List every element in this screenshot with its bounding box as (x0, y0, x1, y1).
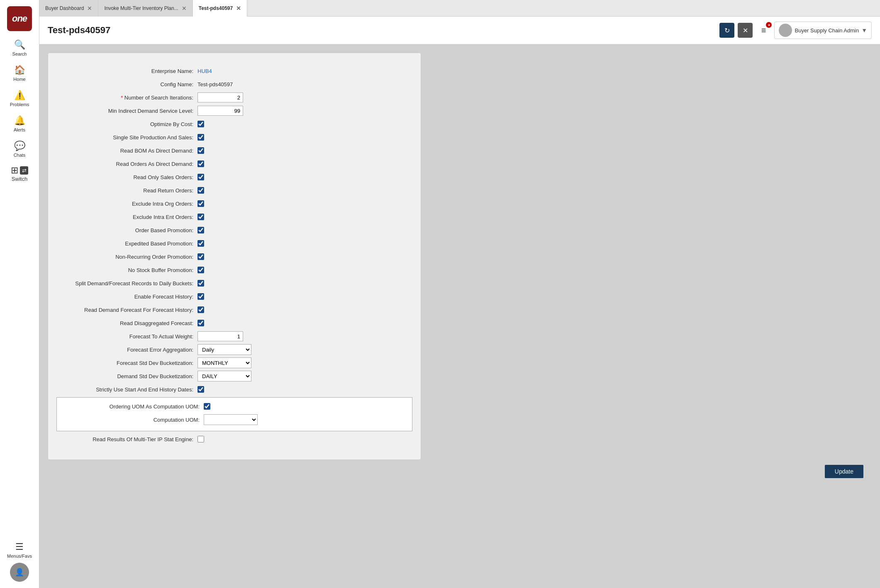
sidebar-item-home[interactable]: 🏠 Home (0, 61, 39, 86)
non-recurring-order-promo-checkbox[interactable] (197, 253, 204, 260)
forecast-std-dev-label: Forecast Std Dev Bucketization: (56, 360, 197, 366)
optimize-by-cost-label: Optimize By Cost: (56, 121, 197, 127)
enable-forecast-history-checkbox[interactable] (197, 293, 204, 300)
tab-buyer-dashboard-label: Buyer Dashboard (45, 5, 84, 11)
enterprise-name-label: Enterprise Name: (56, 68, 197, 74)
no-stock-buffer-promo-checkbox[interactable] (197, 267, 204, 273)
read-return-orders-checkbox[interactable] (197, 187, 204, 194)
form-card: Enterprise Name: HUB4 Config Name: Test-… (48, 53, 421, 460)
tab-buyer-dashboard-close[interactable]: ✕ (87, 5, 92, 11)
forecast-actual-weight-input[interactable] (197, 331, 243, 341)
optimize-by-cost-checkbox[interactable] (197, 121, 204, 127)
optimize-by-cost-row: Optimize By Cost: (56, 119, 412, 129)
computation-uom-label: Computation UOM: (63, 417, 204, 423)
menu-button[interactable]: ≡ ★ (756, 23, 771, 38)
read-bom-row: Read BOM As Direct Demand: (56, 145, 412, 156)
strictly-use-start-end-label: Strictly Use Start And End History Dates… (56, 386, 197, 393)
sidebar-item-alerts-label: Alerts (14, 127, 25, 132)
enable-forecast-history-row: Enable Forecast History: (56, 291, 412, 302)
single-site-checkbox[interactable] (197, 134, 204, 141)
enterprise-name-value: HUB4 (197, 68, 212, 74)
read-demand-forecast-checkbox[interactable] (197, 306, 204, 313)
enterprise-name-row: Enterprise Name: HUB4 (56, 66, 412, 76)
refresh-button[interactable]: ↻ (719, 23, 734, 38)
exclude-intra-ent-checkbox[interactable] (197, 214, 204, 220)
min-indirect-demand-label: Min Indirect Demand Service Level: (56, 108, 197, 114)
tab-invoke-multi-tier-label: Invoke Multi-Tier Inventory Plan... (104, 5, 178, 11)
sidebar-item-problems-label: Problems (10, 102, 29, 107)
computation-uom-select[interactable] (204, 414, 258, 425)
ordering-uom-checkbox[interactable] (204, 403, 210, 410)
sidebar-item-chats-label: Chats (14, 153, 26, 158)
app-logo[interactable]: one (7, 6, 32, 31)
switch-grid-icon: ⊞ (11, 165, 18, 176)
tab-invoke-multi-tier[interactable]: Invoke Multi-Tier Inventory Plan... ✕ (98, 0, 193, 17)
forecast-std-dev-row: Forecast Std Dev Bucketization: MONTHLY … (56, 357, 412, 368)
user-avatar[interactable]: 👤 (10, 563, 29, 582)
sidebar-item-switch[interactable]: ⊞ ⇄ Switch (0, 162, 39, 185)
num-search-iterations-input[interactable] (197, 92, 243, 102)
forecast-error-agg-label: Forecast Error Aggregation: (56, 347, 197, 353)
exclude-intra-org-checkbox[interactable] (197, 200, 204, 207)
exclude-intra-org-label: Exclude Intra Org Orders: (56, 201, 197, 207)
expedited-based-promo-checkbox[interactable] (197, 240, 204, 247)
user-role-label: Buyer Supply Chain Admin (795, 27, 859, 34)
demand-std-dev-select[interactable]: DAILY WEEKLY MONTHLY (197, 371, 251, 381)
read-only-sales-label: Read Only Sales Orders: (56, 174, 197, 180)
sidebar-item-menus-label: Menus/Favs (7, 554, 32, 559)
update-button[interactable]: Update (825, 465, 863, 478)
min-indirect-demand-row: Min Indirect Demand Service Level: (56, 105, 412, 116)
read-results-multi-tier-label: Read Results Of Multi-Tier IP Stat Engin… (56, 436, 197, 442)
close-button[interactable]: ✕ (738, 23, 753, 38)
read-disaggregated-checkbox[interactable] (197, 320, 204, 326)
split-demand-checkbox[interactable] (197, 280, 204, 287)
order-based-promo-checkbox[interactable] (197, 227, 204, 233)
expedited-based-promo-label: Expedited Based Promotion: (56, 241, 197, 247)
bell-icon: 🔔 (14, 115, 25, 126)
forecast-error-agg-select[interactable]: Daily Weekly Monthly (197, 344, 251, 355)
tab-invoke-multi-tier-close[interactable]: ✕ (182, 5, 187, 11)
expedited-based-promo-row: Expedited Based Promotion: (56, 238, 412, 249)
sidebar-item-problems[interactable]: ⚠️ Problems (0, 86, 39, 111)
sidebar-item-chats[interactable]: 💬 Chats (0, 136, 39, 162)
dropdown-arrow-icon: ▼ (861, 27, 867, 34)
num-search-iterations-row: * Number of Search Iterations: (56, 92, 412, 103)
config-name-label: Config Name: (56, 81, 197, 87)
exclude-intra-org-row: Exclude Intra Org Orders: (56, 198, 412, 209)
min-indirect-demand-input[interactable] (197, 106, 243, 116)
read-orders-label: Read Orders As Direct Demand: (56, 161, 197, 167)
sidebar-item-search-label: Search (12, 51, 27, 56)
read-return-orders-row: Read Return Orders: (56, 185, 412, 196)
no-stock-buffer-promo-row: No Stock Buffer Promotion: (56, 265, 412, 275)
tab-buyer-dashboard[interactable]: Buyer Dashboard ✕ (39, 0, 98, 17)
demand-std-dev-label: Demand Std Dev Bucketization: (56, 373, 197, 379)
sidebar-item-alerts[interactable]: 🔔 Alerts (0, 111, 39, 136)
read-results-multi-tier-checkbox[interactable] (197, 436, 204, 442)
split-demand-label: Split Demand/Forecast Records to Daily B… (56, 280, 197, 287)
page-title: Test-pds40597 (48, 25, 110, 36)
menu-lines-icon: ☰ (15, 542, 24, 552)
split-demand-row: Split Demand/Forecast Records to Daily B… (56, 278, 412, 289)
forecast-actual-weight-label: Forecast To Actual Weight: (56, 333, 197, 340)
read-orders-checkbox[interactable] (197, 160, 204, 167)
sidebar-item-search[interactable]: 🔍 Search (0, 35, 39, 61)
read-results-multi-tier-row: Read Results Of Multi-Tier IP Stat Engin… (56, 434, 412, 445)
read-only-sales-checkbox[interactable] (197, 174, 204, 180)
tab-test-pds[interactable]: Test-pds40597 ✕ (193, 0, 247, 17)
ordering-uom-row: Ordering UOM As Computation UOM: (63, 401, 406, 412)
forecast-std-dev-select[interactable]: MONTHLY WEEKLY DAILY (197, 357, 251, 368)
sidebar-item-menus[interactable]: ☰ Menus/Favs (0, 537, 39, 563)
config-name-row: Config Name: Test-pds40597 (56, 79, 412, 90)
enable-forecast-history-label: Enable Forecast History: (56, 294, 197, 300)
page-footer: Update (48, 460, 872, 483)
read-disaggregated-row: Read Disaggregated Forecast: (56, 318, 412, 328)
read-bom-label: Read BOM As Direct Demand: (56, 148, 197, 154)
read-bom-checkbox[interactable] (197, 147, 204, 154)
tab-test-pds-close[interactable]: ✕ (236, 5, 241, 11)
strictly-use-start-end-checkbox[interactable] (197, 386, 204, 393)
user-dropdown[interactable]: Buyer Supply Chain Admin ▼ (774, 22, 872, 39)
avatar-icon: 👤 (15, 568, 24, 577)
read-only-sales-row: Read Only Sales Orders: (56, 172, 412, 182)
order-based-promo-label: Order Based Promotion: (56, 227, 197, 233)
sidebar-item-switch-label: Switch (12, 176, 27, 182)
